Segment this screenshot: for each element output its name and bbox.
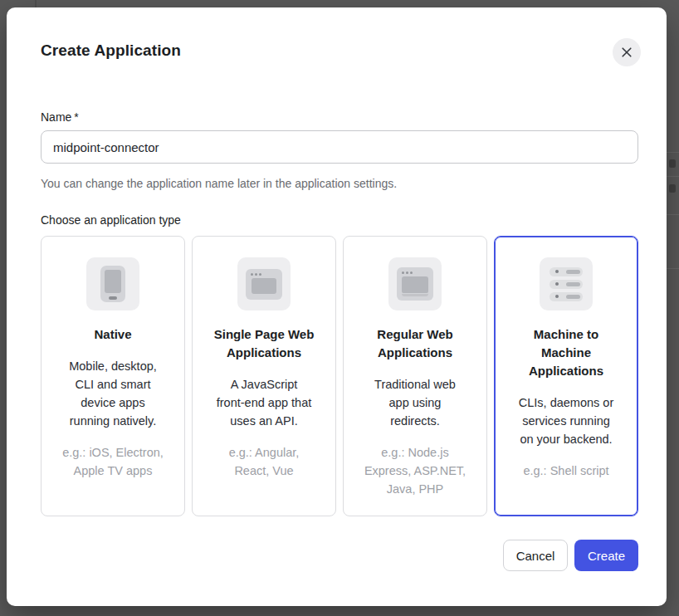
cancel-button[interactable]: Cancel (503, 540, 568, 571)
background-page-artifact (667, 176, 679, 177)
type-card-regular-web-applications[interactable]: Regular Web Applications Traditional web… (343, 236, 487, 516)
application-type-cards: Native Mobile, desktop, CLI and smart de… (41, 236, 638, 516)
modal-title: Create Application (41, 42, 181, 60)
card-title: Machine to Machine Applications (501, 325, 631, 380)
server-window-icon (397, 267, 433, 301)
card-example: e.g.: iOS, Electron, Apple TV apps (48, 443, 178, 480)
name-label: Name* (41, 110, 79, 124)
type-card-machine-to-machine-applications[interactable]: Machine to Machine Applications CLIs, da… (494, 236, 638, 516)
card-description: Mobile, desktop, CLI and smart device ap… (48, 357, 178, 430)
name-helper-text: You can change the application name late… (41, 177, 397, 190)
card-title: Single Page Web Applications (199, 325, 329, 362)
browser-window-icon (246, 269, 282, 300)
create-application-modal: Create Application Name* You can change … (7, 7, 667, 606)
name-label-text: Name (41, 110, 71, 124)
background-page-artifact (35, 0, 37, 7)
card-icon-tile (540, 257, 593, 310)
background-page-artifact (667, 152, 679, 153)
create-button[interactable]: Create (574, 540, 638, 571)
type-card-native[interactable]: Native Mobile, desktop, CLI and smart de… (41, 236, 185, 516)
background-page-artifact (667, 214, 679, 215)
card-icon-tile (388, 257, 442, 310)
card-description: CLIs, daemons or services running on you… (501, 394, 631, 448)
background-page-artifact (667, 268, 679, 269)
card-description: A JavaScript front-end app that uses an … (199, 375, 329, 430)
server-stack-icon (550, 267, 583, 301)
card-example: e.g.: Angular, React, Vue (199, 443, 329, 480)
card-example: e.g.: Shell script (501, 462, 631, 480)
application-type-label: Choose an application type (41, 213, 181, 227)
card-icon-tile (86, 257, 139, 310)
type-card-single-page-web-applications[interactable]: Single Page Web Applications A JavaScrip… (192, 236, 336, 516)
mobile-phone-icon (100, 266, 125, 302)
card-title: Native (48, 325, 178, 344)
background-page-artifact (669, 159, 676, 168)
card-description: Traditional web app using redirects. (350, 375, 480, 430)
application-name-input[interactable] (41, 130, 638, 164)
close-button[interactable] (613, 38, 641, 66)
close-icon (621, 46, 633, 58)
card-title: Regular Web Applications (350, 325, 480, 362)
required-asterisk: * (74, 110, 78, 124)
background-page-artifact (669, 184, 676, 193)
card-example: e.g.: Node.js Express, ASP.NET, Java, PH… (350, 443, 480, 498)
card-icon-tile (237, 257, 291, 310)
